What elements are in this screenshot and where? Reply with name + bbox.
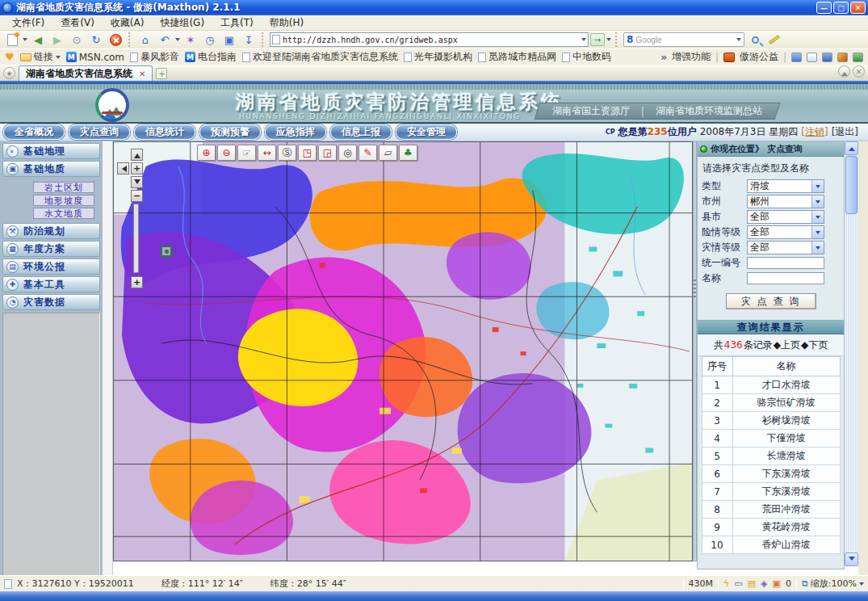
result-row[interactable]: 9黄花岭滑坡 [702, 519, 840, 536]
close-button[interactable]: ✕ [850, 2, 866, 14]
result-row[interactable]: 10香炉山滑坡 [702, 536, 840, 554]
sidebar-subitem-rock-zoning[interactable]: 岩土区划 [33, 182, 94, 193]
chevron-down-icon[interactable] [811, 195, 824, 208]
prev-page-link[interactable]: ◆上页 [774, 338, 800, 352]
full-extent-button[interactable]: Ⓢ [278, 145, 296, 161]
scrollbar-thumb[interactable] [845, 156, 858, 214]
nav-tab-security[interactable]: 安全管理 [396, 124, 457, 140]
link-photo[interactable]: 光年摄影机构 [404, 50, 472, 64]
paint-icon[interactable] [837, 53, 848, 62]
chevron-down-icon[interactable] [811, 226, 824, 238]
link-welcome[interactable]: 欢迎登陆湖南省地质灾害信息系统 [242, 50, 398, 64]
result-row[interactable]: 6下东溪滑坡 [702, 465, 840, 483]
link-baofeng[interactable]: 暴风影音 [130, 50, 179, 64]
map-canvas[interactable] [114, 142, 692, 561]
exit-link[interactable]: [退出] [832, 125, 858, 139]
eraser-button[interactable]: ▱ [379, 145, 397, 161]
folder-icon[interactable]: ▭ [734, 578, 742, 589]
clear-selection-button[interactable]: ◲ [318, 145, 337, 161]
panels-button[interactable]: ▣ [220, 32, 238, 48]
undo-button[interactable]: ↶ [156, 32, 174, 48]
map-location-marker[interactable] [161, 246, 172, 257]
nav-tab-emergency[interactable]: 应急指挥 [265, 124, 326, 140]
pan-left-button[interactable] [117, 162, 129, 174]
forward-button[interactable]: ▶ [48, 32, 66, 48]
address-input[interactable] [283, 36, 579, 44]
result-row[interactable]: 1才口水滑坡 [702, 376, 840, 394]
image-blocker-icon[interactable]: ▣ [773, 578, 781, 589]
pan-up-button[interactable] [131, 149, 143, 161]
menu-help[interactable]: 帮助(H) [262, 15, 311, 31]
nav-tab-statistics[interactable]: 信息统计 [134, 124, 195, 140]
map-viewport[interactable]: ⊕ ⊖ ☞ ↔ Ⓢ ◳ ◲ ◎ ✎ ▱ ♣ + − + [113, 141, 693, 561]
chevron-down-icon[interactable] [811, 242, 824, 254]
menu-favorites[interactable]: 收藏(A) [103, 15, 152, 31]
zoom-slider[interactable] [133, 204, 139, 273]
maximize-button[interactable]: □ [833, 2, 849, 14]
query-submit-button[interactable]: 灾 点 查 询 [726, 293, 816, 309]
menu-tools[interactable]: 工具(T) [213, 15, 261, 31]
undo-dropdown-icon[interactable] [175, 38, 180, 44]
disaster-level-select[interactable]: 全部 [747, 241, 824, 254]
favorites-star-button[interactable]: ★ [3, 67, 15, 79]
link-radio[interactable]: M 电台指南 [185, 50, 237, 64]
tabbar-close-button[interactable]: ✕ [853, 65, 865, 78]
history-button[interactable]: ◷ [201, 32, 219, 48]
search-button[interactable] [746, 32, 764, 48]
charity-icon[interactable] [723, 53, 735, 62]
search-box[interactable]: 8 [623, 32, 744, 47]
highlight-button[interactable] [765, 32, 783, 48]
sidebar-item-annual-plan[interactable]: ▦ 年度方案 [2, 241, 100, 257]
boost-icon[interactable]: ϟ [723, 578, 729, 589]
county-select[interactable]: 全部 [747, 210, 824, 224]
links-folder[interactable]: 链接 [20, 50, 61, 64]
menu-groups[interactable]: 快捷组(G) [153, 15, 212, 31]
search-dropdown-icon[interactable] [736, 38, 741, 44]
charity-link[interactable]: 傲游公益 [740, 50, 778, 64]
scroll-up-button[interactable] [845, 141, 858, 155]
stop-button[interactable] [107, 32, 124, 48]
scroll-down-button[interactable] [845, 553, 858, 566]
sidebar-splitter[interactable] [103, 141, 113, 575]
link-city[interactable]: 觅路城市精品网 [478, 50, 556, 64]
zoom-in-button[interactable]: ⊕ [197, 145, 216, 161]
go-button[interactable]: → [590, 33, 605, 46]
pan-button[interactable]: ☞ [237, 145, 256, 161]
zoom-slider-plus-button[interactable]: + [131, 276, 143, 288]
nav-tab-disaster-query[interactable]: 灾点查询 [69, 124, 130, 140]
refresh-button[interactable]: ↻ [87, 32, 105, 48]
next-page-link[interactable]: ◆下页 [801, 338, 828, 352]
new-tab-button[interactable] [3, 32, 21, 48]
menu-view[interactable]: 查看(V) [53, 15, 102, 31]
search-input[interactable] [635, 36, 734, 44]
menu-file[interactable]: 文件(F) [5, 15, 52, 31]
new-tab-dropdown-icon[interactable] [23, 38, 27, 44]
link-msn[interactable]: M MSN.com [66, 52, 124, 63]
code-input[interactable] [747, 257, 824, 269]
sidebar-item-base-geography[interactable]: » 基础地理 [2, 143, 100, 159]
layers-icon[interactable] [822, 53, 832, 62]
magic-fill-button[interactable]: ✶ [182, 32, 199, 48]
result-row[interactable]: 8荒田冲滑坡 [702, 501, 840, 519]
pan-down-button[interactable] [131, 176, 143, 188]
sidebar-item-env-bulletin[interactable]: ▤ 环境公报 [2, 258, 100, 275]
window-icon[interactable] [807, 53, 817, 62]
user-icon[interactable] [791, 53, 802, 62]
sidebar-item-basic-tools[interactable]: ✚ 基本工具 [2, 276, 100, 292]
result-row[interactable]: 2骆宗恒矿滑坡 [702, 394, 840, 412]
nav-tab-forecast-warning[interactable]: 预测预警 [199, 124, 261, 140]
link-zhongdi[interactable]: 中地数码 [562, 50, 611, 64]
draw-line-button[interactable]: ✎ [359, 145, 377, 161]
zoom-control[interactable]: ⧉ 缩放:100% [802, 578, 864, 590]
favorites-heart-icon[interactable]: ♥ [5, 51, 15, 63]
sidebar-subitem-terrain-slope[interactable]: 地形坡度 [33, 195, 94, 206]
history-dropdown-button[interactable]: ⊙ [68, 32, 86, 48]
result-row[interactable]: 3衫树垅滑坡 [702, 412, 840, 430]
layer-tree-button[interactable]: ♣ [399, 145, 417, 161]
zoom-out-button[interactable]: ⊖ [217, 145, 236, 161]
download-button[interactable]: ↧ [240, 32, 258, 48]
type-select[interactable]: 滑坡 [747, 179, 824, 193]
minimize-button[interactable]: — [816, 2, 832, 14]
result-row[interactable]: 5长塘滑坡 [702, 448, 840, 465]
tabbar-up-button[interactable] [838, 65, 850, 78]
